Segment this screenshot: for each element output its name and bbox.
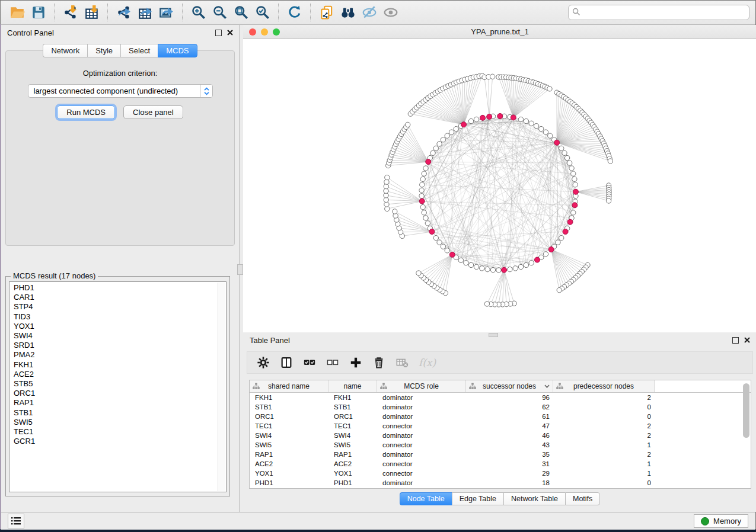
mcds-result-scrollbar[interactable] [218, 283, 225, 491]
mcds-result-item[interactable]: CAR1 [14, 293, 226, 302]
cell-predecessor-nodes: 1 [553, 470, 655, 477]
column-label: shared name [268, 382, 310, 390]
export-image-button[interactable] [156, 2, 177, 23]
mcds-result-item[interactable]: ACE2 [14, 370, 226, 379]
mcds-result-item[interactable]: PHD1 [14, 283, 226, 293]
mcds-result-item[interactable]: SRD1 [14, 341, 226, 350]
main-area: Control Panel NetworkStyleSelectMCDS Opt… [1, 25, 756, 512]
tab-network-table[interactable]: Network Table [503, 492, 565, 505]
mcds-result-item[interactable]: RAP1 [14, 398, 226, 408]
run-mcds-button[interactable]: Run MCDS [57, 105, 115, 119]
node-table-header: shared namenameMCDS rolesuccessor nodesp… [250, 380, 751, 393]
mcds-result-item[interactable]: TEC1 [14, 427, 226, 437]
mcds-result-item[interactable]: YOX1 [14, 322, 226, 331]
control-panel-header: Control Panel [1, 25, 240, 40]
column-header-MCDS-role[interactable]: MCDS role [377, 380, 466, 392]
gear-button[interactable] [257, 356, 270, 369]
select-all-checked-button[interactable] [303, 356, 316, 369]
export-table-button[interactable] [135, 2, 156, 23]
hide-selected-button[interactable] [359, 2, 380, 23]
tab-network[interactable]: Network [43, 44, 87, 57]
optimization-criterion-select[interactable]: largest connected component (undirected) [28, 84, 213, 98]
mcds-result-item[interactable]: TID3 [14, 312, 226, 322]
mcds-result-item[interactable]: PMA2 [14, 350, 226, 360]
status-bar: Memory [1, 512, 755, 530]
zoom-in-button[interactable] [188, 2, 209, 23]
export-network-button[interactable] [113, 2, 135, 23]
zoom-fit-button[interactable] [231, 2, 252, 23]
mcds-result-item[interactable]: GCR1 [14, 437, 226, 446]
mcds-result-item[interactable]: STB1 [14, 408, 226, 418]
memory-button[interactable]: Memory [694, 514, 748, 528]
task-history-button[interactable] [8, 514, 24, 528]
cell-name: TEC1 [328, 422, 377, 430]
mcds-hub-node [511, 115, 516, 120]
toolbar-separator [278, 4, 279, 21]
cell-shared-name: YOX1 [250, 470, 328, 477]
close-panel-button[interactable]: Close panel [123, 105, 183, 119]
table-panel-header: Table Panel [243, 332, 756, 348]
import-network-button[interactable] [60, 2, 81, 23]
tab-node-table[interactable]: Node Table [400, 492, 452, 505]
network-graph[interactable] [243, 39, 756, 332]
tab-select[interactable]: Select [120, 44, 158, 57]
new-network-from-selection-button[interactable] [316, 2, 337, 23]
network-canvas[interactable] [243, 39, 756, 332]
close-panel-icon[interactable] [227, 30, 233, 36]
table-row[interactable]: TEC1TEC1connector472 [250, 421, 751, 431]
table-row[interactable]: RAP1RAP1dominator352 [250, 450, 751, 459]
first-neighbors-button[interactable] [337, 2, 359, 23]
deselect-all-button[interactable] [326, 356, 339, 369]
table-row[interactable]: FKH1FKH1dominator962 [250, 393, 751, 402]
mcds-result-item[interactable]: STP4 [14, 302, 226, 312]
table-row[interactable]: STB1STB1dominator620 [250, 402, 751, 412]
table-row[interactable]: ACE2ACE2connector311 [250, 459, 751, 469]
table-scrollbar-thumb[interactable] [743, 383, 749, 438]
tab-style[interactable]: Style [87, 44, 120, 57]
cell-shared-name: SWI5 [250, 441, 328, 448]
mcds-result-item[interactable]: FKH1 [14, 360, 226, 370]
mcds-result-list[interactable]: PHD1CAR1STP4TID3YOX1SWI4SRD1PMA2FKH1ACE2… [9, 281, 227, 492]
float-panel-icon[interactable] [215, 30, 222, 36]
mcds-hub-node [563, 229, 568, 235]
first-neighbors-icon [340, 5, 356, 20]
select-stepper-icon [200, 85, 212, 97]
mcds-result-item[interactable]: STB5 [14, 379, 226, 389]
column-header-successor-nodes[interactable]: successor nodes [466, 380, 553, 392]
column-header-predecessor-nodes[interactable]: predecessor nodes [553, 380, 655, 392]
add-row-button[interactable] [349, 356, 362, 369]
mcds-result-item[interactable]: SWI5 [14, 418, 226, 427]
table-row[interactable]: YOX1YOX1connector291 [250, 469, 751, 478]
delete-row-button[interactable] [372, 356, 385, 369]
column-header-name[interactable]: name [328, 380, 377, 392]
import-table-button[interactable] [81, 2, 103, 23]
delete-table-button [395, 356, 409, 369]
mcds-result-item[interactable]: SWI4 [14, 331, 226, 341]
column-header-shared-name[interactable]: shared name [250, 380, 328, 392]
table-row[interactable]: ORC1ORC1dominator610 [250, 412, 751, 421]
float-table-panel-icon[interactable] [732, 337, 739, 344]
zoom-out-button[interactable] [209, 2, 231, 23]
tab-mcds[interactable]: MCDS [158, 44, 197, 57]
tab-edge-table[interactable]: Edge Table [452, 492, 503, 505]
table-row[interactable]: PHD1PHD1dominator180 [250, 478, 751, 488]
table-row[interactable]: SWI4SWI4dominator462 [250, 431, 751, 440]
mcds-hub-node [497, 114, 503, 119]
table-row[interactable]: SWI5SWI5connector431 [250, 440, 751, 450]
cell-shared-name: PHD1 [250, 479, 328, 486]
table-scrollbar[interactable] [743, 383, 749, 486]
save-session-button[interactable] [28, 2, 49, 23]
table-panel-grip[interactable] [489, 333, 498, 337]
cell-predecessor-nodes: 2 [553, 432, 655, 439]
splitter-grip[interactable] [237, 264, 243, 275]
columns-button[interactable] [280, 356, 293, 369]
show-all-button[interactable] [380, 2, 401, 23]
add-row-icon [349, 356, 362, 369]
open-session-button[interactable] [7, 2, 28, 23]
search-input[interactable] [568, 5, 749, 20]
refresh-view-button[interactable] [284, 2, 305, 23]
mcds-result-item[interactable]: ORC1 [14, 389, 226, 398]
tab-motifs[interactable]: Motifs [565, 492, 600, 505]
close-table-panel-icon[interactable] [744, 337, 750, 343]
zoom-selected-button[interactable] [252, 2, 273, 23]
